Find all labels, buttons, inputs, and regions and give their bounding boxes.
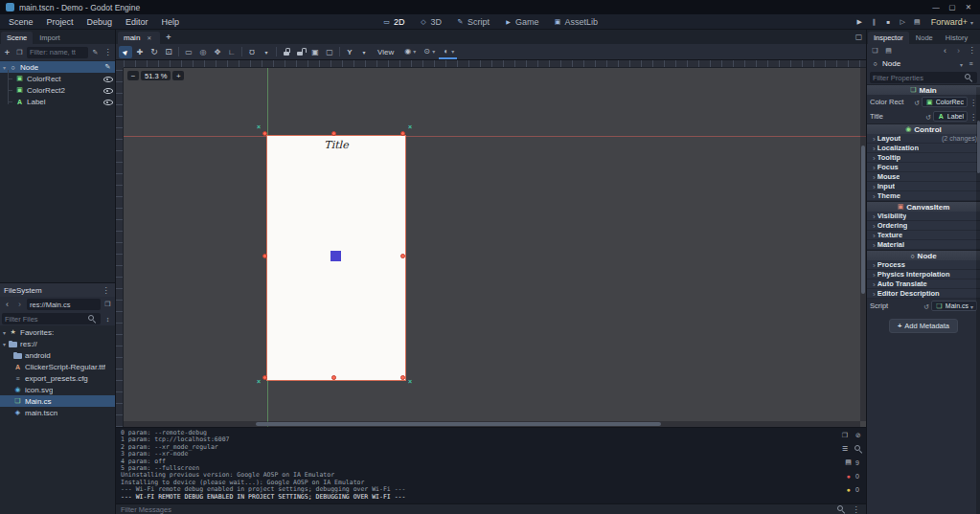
row-action-icon[interactable] xyxy=(103,98,112,106)
scene-tree-row[interactable]: Node xyxy=(0,61,115,73)
maximize-button[interactable]: ▢ xyxy=(946,3,958,11)
sort-files-icon[interactable] xyxy=(103,314,113,324)
zoom-out-button[interactable] xyxy=(127,71,139,80)
clear-log-icon[interactable] xyxy=(854,431,864,441)
caret-icon[interactable] xyxy=(357,46,371,58)
minimize-button[interactable]: — xyxy=(930,3,942,11)
sep-icon[interactable] xyxy=(274,46,279,58)
inspector-row-editor-description[interactable]: Editor Description xyxy=(867,289,980,299)
menu-item[interactable]: Debug xyxy=(80,17,120,27)
select-icon[interactable] xyxy=(119,46,132,58)
expand-caret-icon[interactable] xyxy=(873,279,876,289)
collapse-caret-icon[interactable] xyxy=(3,328,6,337)
selection-handle[interactable] xyxy=(262,254,267,258)
inspector-row-tooltip[interactable]: Tooltip xyxy=(867,153,980,163)
inspector-row-layout[interactable]: Layout(2 changes) xyxy=(867,134,980,144)
canvas-colorrect[interactable] xyxy=(330,251,341,261)
expand-caret-icon[interactable] xyxy=(873,260,876,270)
workspace-tab[interactable]: 3D xyxy=(419,17,442,27)
file-row[interactable]: android xyxy=(0,349,115,361)
pivot-icon[interactable] xyxy=(196,46,210,58)
expand-caret-icon[interactable] xyxy=(873,153,876,163)
play-icon[interactable] xyxy=(855,17,864,26)
menu-item[interactable]: Scene xyxy=(2,17,40,27)
extra-options-icon[interactable] xyxy=(966,58,976,69)
expand-caret-icon[interactable] xyxy=(873,163,876,172)
expand-caret-icon[interactable] xyxy=(873,221,876,231)
inspector-node-selector[interactable]: Node xyxy=(867,56,980,71)
revert-icon[interactable] xyxy=(923,302,929,311)
zoom-percent[interactable]: 51.3 % xyxy=(141,71,171,80)
nav-back-icon[interactable] xyxy=(2,300,12,310)
nav-forward-icon[interactable] xyxy=(14,300,25,310)
selection-handle[interactable] xyxy=(400,131,405,136)
viewport-option-a[interactable] xyxy=(400,45,419,59)
errors-filter-icon[interactable] xyxy=(844,472,853,480)
file-row[interactable]: Main.cs xyxy=(0,395,115,407)
view-menu-button[interactable]: View xyxy=(372,48,399,56)
viewport-2d[interactable]: Title 51.3 % xyxy=(116,60,866,427)
canvas-title-label[interactable]: Title xyxy=(267,139,405,151)
inspector-row-visibility[interactable]: Visibility xyxy=(867,212,980,221)
sep-icon[interactable] xyxy=(337,46,342,58)
collapse-caret-icon[interactable] xyxy=(3,63,6,72)
selection-handle[interactable] xyxy=(400,375,405,380)
viewport-option-c[interactable] xyxy=(439,45,457,59)
dock-tab[interactable]: Scene xyxy=(1,32,33,44)
filter-properties-input[interactable]: Filter Properties xyxy=(870,72,977,83)
script-value-button[interactable]: Main.cs xyxy=(931,301,977,311)
inspector-row-auto-translate[interactable]: Auto Translate xyxy=(867,279,980,289)
unlock-icon[interactable] xyxy=(294,46,308,58)
selection-handle[interactable] xyxy=(262,375,267,380)
inspector-row-focus[interactable]: Focus xyxy=(867,163,980,172)
close-tab-icon[interactable] xyxy=(144,33,154,43)
expand-caret-icon[interactable] xyxy=(873,289,876,299)
history-back-icon[interactable] xyxy=(940,45,950,56)
filter-messages-input[interactable]: Filter Messages xyxy=(121,505,171,514)
menu-item[interactable]: Project xyxy=(40,17,80,27)
warnings-filter-icon[interactable] xyxy=(844,485,853,494)
copy-log-icon[interactable] xyxy=(840,431,851,441)
file-row[interactable]: main.tscn xyxy=(0,407,115,418)
file-row[interactable]: res:// xyxy=(0,338,115,349)
scrollbar-thumb[interactable] xyxy=(256,422,661,426)
output-options-kebab-icon[interactable] xyxy=(851,504,861,514)
expand-caret-icon[interactable] xyxy=(873,172,876,182)
sep-icon[interactable] xyxy=(239,46,244,58)
inspector-row-theme[interactable]: Theme xyxy=(867,191,980,201)
dock-tab[interactable]: Inspector xyxy=(868,32,909,44)
filesystem-kebab-icon[interactable] xyxy=(101,285,111,296)
inspector-scrollbar[interactable] xyxy=(976,87,980,514)
row-action-icon[interactable] xyxy=(103,75,112,83)
row-action-icon[interactable] xyxy=(103,86,112,95)
inspector-row-color-rect[interactable]: Color RectColorRec xyxy=(867,95,980,109)
history-forward-icon[interactable] xyxy=(953,45,964,56)
expand-caret-icon[interactable] xyxy=(873,212,876,221)
close-button[interactable]: ✕ xyxy=(963,3,974,11)
filter-files-input[interactable]: Filter Files xyxy=(2,313,101,324)
workspace-tab[interactable]: Game xyxy=(504,17,539,27)
viewport-vertical-scrollbar[interactable] xyxy=(860,68,866,421)
new-resource-icon[interactable] xyxy=(870,45,880,56)
row-action-icon[interactable] xyxy=(103,63,112,72)
rotate-icon[interactable] xyxy=(148,46,161,58)
new-scene-tab-icon[interactable] xyxy=(163,32,173,42)
inspector-row-process[interactable]: Process xyxy=(867,260,980,270)
file-row[interactable]: icon.svg xyxy=(0,384,115,395)
dock-tab[interactable]: History xyxy=(940,32,973,44)
sep-icon[interactable] xyxy=(176,46,181,58)
expand-caret-icon[interactable] xyxy=(873,191,876,201)
scene-filter-input[interactable]: Filter: name, tt xyxy=(27,47,88,58)
load-resource-icon[interactable] xyxy=(883,45,894,56)
lock-icon[interactable] xyxy=(280,46,293,58)
expand-caret-icon[interactable] xyxy=(873,231,876,240)
scene-tree-row[interactable]: ColorRect2 xyxy=(0,84,115,96)
playscene-icon[interactable] xyxy=(899,17,907,26)
inspector-row-script[interactable]: ScriptMain.cs xyxy=(867,299,980,313)
scene-canvas[interactable]: Title xyxy=(267,136,405,380)
attach-script-icon[interactable] xyxy=(90,47,101,57)
magnet-icon[interactable] xyxy=(245,46,259,58)
movie-icon[interactable] xyxy=(913,17,922,26)
inspector-row-localization[interactable]: Localization xyxy=(867,144,980,153)
inspector-kebab-icon[interactable] xyxy=(967,45,977,56)
